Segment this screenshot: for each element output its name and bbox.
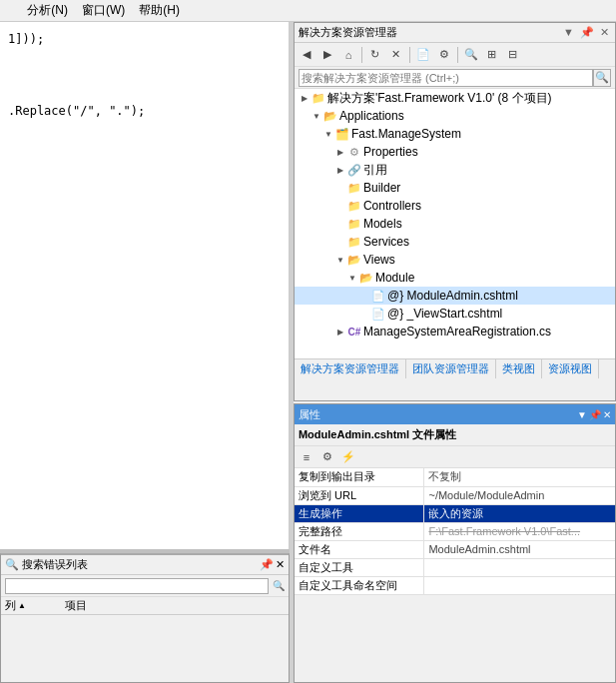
props-key-browse-url: 浏览到 URL	[295, 486, 424, 504]
solution-explorer-pin2[interactable]: 📌	[578, 26, 596, 39]
solution-explorer-tabs: 解决方案资源管理器 团队资源管理器 类视图 资源视图	[295, 358, 615, 378]
tree-models-expander	[334, 218, 346, 230]
solution-explorer-search-input[interactable]	[299, 69, 593, 87]
props-tb-list[interactable]: ≡	[297, 448, 316, 466]
error-list-search-input[interactable]	[5, 578, 269, 594]
tree-item-module[interactable]: ▼ 📂 Module	[295, 269, 615, 287]
tree-item-views[interactable]: ▼ 📂 Views	[295, 251, 615, 269]
tab-solution-explorer[interactable]: 解决方案资源管理器	[295, 359, 406, 378]
solution-tree: ▶ 📁 解决方案'Fast.Framework V1.0' (8 个项目) ▼ …	[295, 89, 615, 358]
code-line-2	[4, 48, 285, 66]
props-icon: ⚙	[347, 145, 361, 159]
props-pin2[interactable]: 📌	[589, 409, 601, 420]
tree-applications-label: Applications	[339, 109, 404, 123]
tb-back[interactable]: ◀	[297, 46, 316, 64]
props-key-filename: 文件名	[295, 540, 424, 558]
solution-explorer-pin[interactable]: ▼	[561, 26, 576, 39]
props-row-custom-tool[interactable]: 自定义工具	[295, 558, 615, 576]
props-close[interactable]: ✕	[603, 409, 611, 420]
tab-resource-view[interactable]: 资源视图	[542, 359, 599, 378]
menu-help[interactable]: 帮助(H)	[133, 0, 186, 21]
tab-class-view[interactable]: 类视图	[496, 359, 542, 378]
col-header-column[interactable]: 列 ▲	[5, 598, 65, 613]
tb-expand[interactable]: ⊞	[482, 46, 502, 64]
tree-item-properties[interactable]: ▶ ⚙ Properties	[295, 143, 615, 161]
error-list-search-btn[interactable]: 🔍	[273, 580, 285, 591]
error-list-close[interactable]: ✕	[276, 558, 285, 571]
tree-root[interactable]: ▶ 📁 解决方案'Fast.Framework V1.0' (8 个项目)	[295, 89, 615, 107]
col-sort-arrow: ▲	[18, 601, 26, 610]
props-row-full-path[interactable]: 完整路径 F:\Fast.Framework V1.0\Fast...	[295, 522, 615, 540]
tb-forward[interactable]: ▶	[317, 46, 337, 64]
razor-viewstart-icon: 📄	[371, 307, 385, 321]
props-key-full-path: 完整路径	[295, 522, 424, 540]
right-panel: 解决方案资源管理器 ▼ 📌 ✕ ◀ ▶ ⌂ ↻ ✕ 📄 ⚙ 🔍	[294, 22, 616, 683]
tb-settings[interactable]: ⚙	[434, 46, 454, 64]
code-line-4	[4, 84, 285, 102]
props-row-browse-url[interactable]: 浏览到 URL ~/Module/ModuleAdmin	[295, 486, 615, 504]
props-pin[interactable]: ▼	[577, 409, 587, 420]
menu-item-placeholder[interactable]	[4, 2, 19, 20]
tb-new-sol[interactable]: 📄	[413, 46, 433, 64]
tab-team-explorer[interactable]: 团队资源管理器	[406, 359, 496, 378]
tree-controllers-expander	[334, 200, 346, 212]
props-val-filename: ModuleAdmin.cshtml	[424, 540, 615, 558]
tree-item-applications[interactable]: ▼ 📂 Applications	[295, 107, 615, 125]
props-tb-event[interactable]: ⚡	[338, 448, 358, 466]
tb-collapse[interactable]: ⊟	[503, 46, 523, 64]
error-list-title: 🔍 搜索错误列表	[5, 557, 88, 572]
props-val-browse-url: ~/Module/ModuleAdmin	[424, 486, 615, 504]
props-key-custom-tool-ns: 自定义工具命名空间	[295, 576, 424, 594]
props-row-build-action[interactable]: 生成操作 嵌入的资源	[295, 504, 615, 522]
props-key-copy-output: 复制到输出目录	[295, 468, 424, 486]
tb-home[interactable]: ⌂	[338, 46, 358, 64]
props-key-custom-tool: 自定义工具	[295, 558, 424, 576]
tree-item-refs[interactable]: ▶ 🔗 引用	[295, 161, 615, 179]
tree-item-registration[interactable]: ▶ C# ManageSystemAreaRegistration.cs	[295, 323, 615, 341]
solution-explorer-search-row: 🔍	[295, 67, 615, 89]
tree-item-managesystem[interactable]: ▼ 🗂️ Fast.ManageSystem	[295, 125, 615, 143]
tree-item-controllers[interactable]: 📁 Controllers	[295, 197, 615, 215]
props-tb-sort[interactable]: ⚙	[317, 448, 337, 466]
tb-sep1	[361, 47, 362, 63]
error-list-pin[interactable]: 📌	[260, 558, 274, 571]
solution-explorer-controls: ▼ 📌 ✕	[561, 26, 611, 39]
tree-item-moduleadmin[interactable]: 📄 @} ModuleAdmin.cshtml	[295, 287, 615, 305]
razor-moduleadmin-icon: 📄	[371, 289, 385, 303]
tree-item-viewstart[interactable]: 📄 @} _ViewStart.cshtml	[295, 305, 615, 323]
tree-moduleadmin-label: @} ModuleAdmin.cshtml	[387, 289, 518, 303]
props-row-filename[interactable]: 文件名 ModuleAdmin.cshtml	[295, 540, 615, 558]
props-row-custom-tool-ns[interactable]: 自定义工具命名空间	[295, 576, 615, 594]
menu-bar: 分析(N) 窗口(W) 帮助(H)	[0, 0, 616, 22]
properties-table: 复制到输出目录 不复制 浏览到 URL ~/Module/ModuleAdmin…	[295, 468, 615, 595]
solution-explorer: 解决方案资源管理器 ▼ 📌 ✕ ◀ ▶ ⌂ ↻ ✕ 📄 ⚙ 🔍	[294, 22, 616, 401]
tree-controllers-label: Controllers	[363, 199, 421, 213]
solution-explorer-close[interactable]: ✕	[598, 26, 611, 39]
tb-stop[interactable]: ✕	[386, 46, 406, 64]
tree-services-label: Services	[363, 235, 409, 249]
col-header-item[interactable]: 项目	[65, 598, 285, 613]
tree-applications-expander: ▼	[310, 110, 322, 122]
tree-item-models[interactable]: 📁 Models	[295, 215, 615, 233]
solution-explorer-search-btn[interactable]: 🔍	[593, 69, 611, 87]
tb-refresh[interactable]: ↻	[365, 46, 385, 64]
code-panel: 1])); .Replace("/", ".");	[0, 22, 290, 561]
csharp-registration-icon: C#	[347, 325, 361, 339]
tree-item-builder[interactable]: 📁 Builder	[295, 179, 615, 197]
menu-window[interactable]: 窗口(W)	[76, 0, 131, 21]
tree-services-expander	[334, 236, 346, 248]
properties-controls: ▼ 📌 ✕	[577, 409, 611, 420]
folder-builder-icon: 📁	[347, 181, 361, 195]
code-content: 1])); .Replace("/", ".");	[0, 22, 289, 128]
folder-module-icon: 📂	[359, 271, 373, 285]
tree-module-label: Module	[375, 271, 414, 285]
tb-filter[interactable]: 🔍	[461, 46, 481, 64]
menu-analyze[interactable]: 分析(N)	[21, 0, 74, 21]
tree-properties-label: Properties	[363, 145, 418, 159]
tree-viewstart-expander	[358, 308, 370, 320]
tree-viewstart-label: @} _ViewStart.cshtml	[387, 307, 502, 321]
folder-services-icon: 📁	[347, 235, 361, 249]
props-row-copy-output[interactable]: 复制到输出目录 不复制	[295, 468, 615, 486]
tree-models-label: Models	[363, 217, 402, 231]
tree-item-services[interactable]: 📁 Services	[295, 233, 615, 251]
